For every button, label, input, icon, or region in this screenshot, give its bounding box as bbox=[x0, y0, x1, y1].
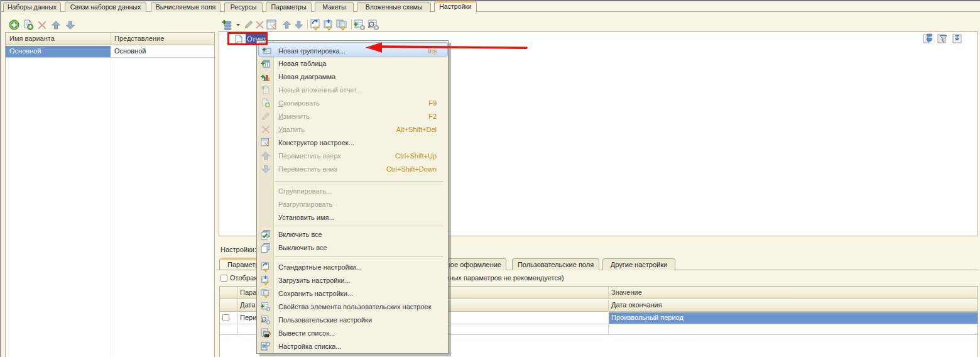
btn-copy[interactable] bbox=[23, 19, 34, 30]
tb-down bbox=[294, 20, 303, 30]
mi-disable-all[interactable]: Выключить все bbox=[274, 241, 447, 255]
mi-group: Сгруппировать... bbox=[274, 185, 447, 198]
tb-add[interactable] bbox=[222, 19, 241, 30]
mi-load-settings[interactable]: Загрузить настройки... bbox=[274, 274, 447, 287]
annotation-arrow bbox=[363, 39, 530, 57]
mi-setname[interactable]: Установить имя... bbox=[274, 211, 447, 224]
mi-std-settings[interactable]: Стандартные настройки... bbox=[274, 261, 447, 274]
mi-save-settings[interactable]: Сохранить настройки... bbox=[274, 287, 447, 300]
btn-down bbox=[65, 20, 75, 30]
mi-list-setup[interactable]: Настройка списка... bbox=[274, 340, 447, 353]
mi-new-subreport: Новый вложенный отчет... bbox=[274, 84, 447, 97]
tab-makety[interactable]: Макеты bbox=[315, 2, 354, 12]
mi-ungroup: Разгруппировать bbox=[274, 198, 447, 211]
mi-move-up: Переместить вверх Ctrl+Shift+Up bbox=[274, 150, 447, 163]
variants-table: Имя варианта Представление Основной Осно… bbox=[5, 32, 215, 357]
tb-del bbox=[255, 20, 264, 30]
tab-svyazi[interactable]: Связи наборов данных bbox=[65, 2, 146, 12]
top-tabbar: Наборы данных Связи наборов данных Вычис… bbox=[0, 0, 980, 12]
tab-parametry[interactable]: Параметры bbox=[266, 2, 312, 12]
mi-move-down: Переместить вниз Ctrl+Shift+Down bbox=[274, 163, 447, 176]
mi-new-chart[interactable]: Новая диаграмма bbox=[274, 70, 447, 84]
tb-usr bbox=[368, 19, 379, 31]
tb-edit bbox=[244, 19, 254, 30]
mi-enable-all[interactable]: Включить все bbox=[274, 228, 447, 241]
left-edge bbox=[0, 0, 1, 357]
tb-save bbox=[336, 19, 349, 31]
tr-structure bbox=[923, 33, 934, 44]
mi-copy: Скопировать F9 bbox=[274, 97, 447, 110]
tb-usprop bbox=[354, 19, 366, 31]
btn-up bbox=[51, 20, 61, 30]
tab-resursy[interactable]: Ресурсы bbox=[224, 2, 263, 12]
mi-user-settings[interactable]: Пользовательские настройки bbox=[274, 314, 447, 327]
mi-us-props[interactable]: Свойства элемента пользовательских настр… bbox=[274, 300, 447, 314]
variants-row[interactable]: Основной Основной bbox=[6, 46, 214, 57]
stab-polzpolya[interactable]: Пользовательские поля bbox=[512, 258, 599, 270]
tab-vych[interactable]: Вычисляемые поля bbox=[151, 2, 220, 12]
tab-nastroyki[interactable]: Настройки bbox=[434, 1, 477, 12]
tb-wizard bbox=[266, 19, 278, 30]
tr-filter bbox=[937, 33, 948, 44]
tr-col bbox=[952, 33, 963, 44]
left-toolbar bbox=[5, 19, 87, 30]
tb-std bbox=[310, 19, 322, 31]
stab-drugie[interactable]: Другие настройки bbox=[602, 258, 675, 270]
mi-constructor[interactable]: Конструктор настроек... bbox=[274, 136, 447, 150]
mi-delete: Удалить Alt+Shift+Del bbox=[274, 123, 447, 136]
mi-new-table[interactable]: Новая таблица bbox=[274, 57, 447, 70]
tree-toolbar bbox=[219, 19, 659, 31]
tb-up bbox=[282, 20, 291, 30]
mi-edit: Изменить F2 bbox=[274, 110, 447, 123]
context-menu: Новая группировка... Ins Новая таблица bbox=[256, 40, 449, 354]
1c-dcs-settings-page: Наборы данных Связи наборов данных Вычис… bbox=[0, 0, 980, 357]
tb-load bbox=[323, 19, 335, 31]
settings-label: Настройки: bbox=[220, 246, 256, 253]
tab-vlozh[interactable]: Вложенные схемы bbox=[357, 2, 431, 12]
variants-header: Имя варианта Представление bbox=[6, 33, 214, 45]
btn-add[interactable] bbox=[9, 19, 19, 30]
btn-del bbox=[37, 20, 47, 30]
tab-nabory[interactable]: Наборы данных bbox=[3, 2, 61, 12]
mi-print-list[interactable]: Вывести список... bbox=[274, 327, 447, 340]
annotation-rect bbox=[227, 32, 268, 45]
